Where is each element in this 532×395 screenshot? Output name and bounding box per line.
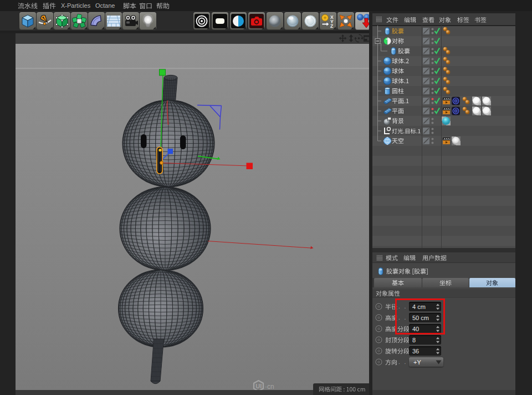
svg-text:·cn: ·cn <box>265 383 274 391</box>
svg-text:UI: UI <box>255 383 262 389</box>
svg-text:Z: Z <box>330 23 333 28</box>
